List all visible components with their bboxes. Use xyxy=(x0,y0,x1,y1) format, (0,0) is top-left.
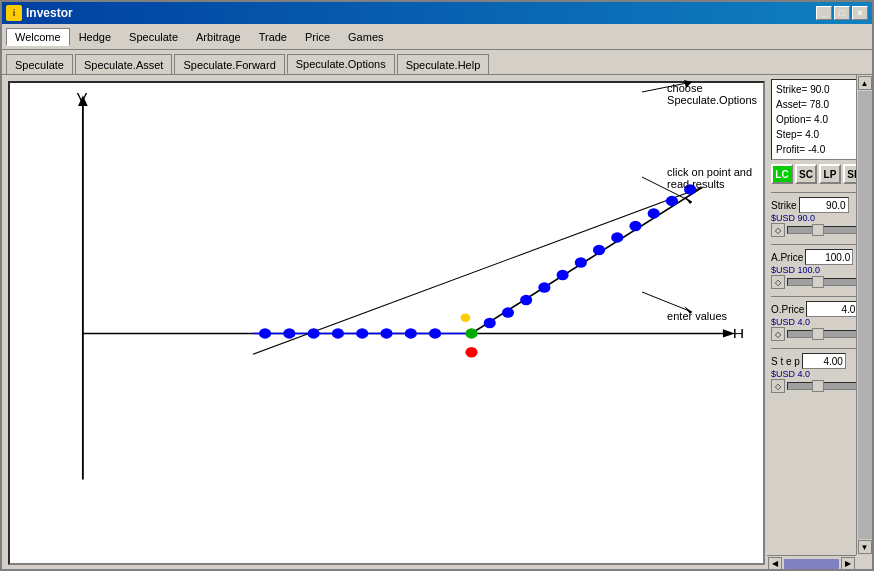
menu-welcome[interactable]: Welcome xyxy=(6,28,70,46)
menu-trade[interactable]: Trade xyxy=(250,28,296,46)
aprice-slider-icon: ◇ xyxy=(771,275,785,289)
step-group: S t e p $USD 4.0 ◇ xyxy=(771,353,868,393)
chart-area[interactable]: V H xyxy=(8,81,765,565)
svg-point-12 xyxy=(332,328,344,338)
window-controls: _ □ × xyxy=(816,6,868,20)
svg-point-31 xyxy=(684,184,696,194)
svg-point-17 xyxy=(465,328,477,338)
svg-point-15 xyxy=(405,328,417,338)
svg-point-25 xyxy=(575,257,587,267)
oprice-input[interactable] xyxy=(806,301,858,317)
maximize-button[interactable]: □ xyxy=(834,6,850,20)
svg-point-16 xyxy=(429,328,441,338)
svg-point-14 xyxy=(380,328,392,338)
svg-point-29 xyxy=(648,208,660,218)
calc-buttons: LC SC LP SP xyxy=(771,164,868,184)
aprice-label: A.Price xyxy=(771,252,803,263)
main-window: i Investor _ □ × Welcome Hedge Speculate… xyxy=(0,0,874,571)
info-profit: Profit= -4.0 xyxy=(776,142,863,157)
aprice-usd-label: $USD 100.0 xyxy=(771,265,868,275)
svg-point-19 xyxy=(461,314,471,322)
scrollbar-vertical[interactable]: ▲ ▼ xyxy=(856,75,872,555)
scroll-down-btn[interactable]: ▼ xyxy=(858,540,872,554)
step-slider-icon: ◇ xyxy=(771,379,785,393)
separator-4 xyxy=(771,348,868,349)
oprice-usd-label: $USD 4.0 xyxy=(771,317,868,327)
strike-slider-icon: ◇ xyxy=(771,223,785,237)
strike-input[interactable] xyxy=(799,197,849,213)
scrollbar-horizontal[interactable]: ◀ ▶ xyxy=(767,555,856,571)
scroll-right-btn[interactable]: ▶ xyxy=(841,557,855,571)
oprice-group: O.Price $USD 4.0 ◇ xyxy=(771,301,868,341)
app-icon: i xyxy=(6,5,22,21)
step-slider-container: ◇ xyxy=(771,379,868,393)
svg-text:H: H xyxy=(733,326,744,341)
oprice-slider-thumb[interactable] xyxy=(812,328,824,340)
btn-sc[interactable]: SC xyxy=(795,164,817,184)
hscroll-thumb[interactable] xyxy=(784,559,839,569)
svg-point-24 xyxy=(557,270,569,280)
separator-3 xyxy=(771,296,868,297)
strike-usd-label: $USD 90.0 xyxy=(771,213,868,223)
svg-point-27 xyxy=(611,232,623,242)
svg-point-21 xyxy=(502,307,514,317)
info-option: Option= 4.0 xyxy=(776,112,863,127)
main-content: V H xyxy=(2,74,872,571)
svg-point-18 xyxy=(465,347,477,357)
step-slider-thumb[interactable] xyxy=(812,380,824,392)
right-panel: Strike= 90.0 Asset= 78.0 Option= 4.0 Ste… xyxy=(767,75,872,571)
tab-speculate-asset[interactable]: Speculate.Asset xyxy=(75,54,173,74)
svg-point-20 xyxy=(484,318,496,328)
svg-point-10 xyxy=(283,328,295,338)
strike-slider-container: ◇ xyxy=(771,223,868,237)
tab-speculate-help[interactable]: Speculate.Help xyxy=(397,54,490,74)
svg-point-9 xyxy=(259,328,271,338)
aprice-group: A.Price $USD 100.0 ◇ xyxy=(771,249,868,289)
separator-2 xyxy=(771,244,868,245)
menu-arbitrage[interactable]: Arbitrage xyxy=(187,28,250,46)
close-button[interactable]: × xyxy=(852,6,868,20)
tab-speculate[interactable]: Speculate xyxy=(6,54,73,74)
svg-point-13 xyxy=(356,328,368,338)
minimize-button[interactable]: _ xyxy=(816,6,832,20)
tab-bar: Speculate Speculate.Asset Speculate.Forw… xyxy=(2,50,872,74)
oprice-slider-icon: ◇ xyxy=(771,327,785,341)
svg-point-26 xyxy=(593,245,605,255)
scroll-left-btn[interactable]: ◀ xyxy=(768,557,782,571)
chart-svg: V H xyxy=(10,83,763,563)
tab-speculate-options[interactable]: Speculate.Options xyxy=(287,54,395,74)
separator-1 xyxy=(771,192,868,193)
svg-point-11 xyxy=(308,328,320,338)
svg-point-22 xyxy=(520,295,532,305)
step-usd-label: $USD 4.0 xyxy=(771,369,868,379)
window-title: Investor xyxy=(26,6,73,20)
scroll-up-btn[interactable]: ▲ xyxy=(858,76,872,90)
aprice-slider-container: ◇ xyxy=(771,275,868,289)
menu-speculate[interactable]: Speculate xyxy=(120,28,187,46)
menu-bar: Welcome Hedge Speculate Arbitrage Trade … xyxy=(2,24,872,50)
tab-speculate-forward[interactable]: Speculate.Forward xyxy=(174,54,284,74)
svg-point-28 xyxy=(629,221,641,231)
info-strike: Strike= 90.0 xyxy=(776,82,863,97)
oprice-slider-container: ◇ xyxy=(771,327,868,341)
strike-label: Strike xyxy=(771,200,797,211)
aprice-slider-thumb[interactable] xyxy=(812,276,824,288)
title-bar: i Investor _ □ × xyxy=(2,2,872,24)
strike-group: Strike $USD 90.0 ◇ xyxy=(771,197,868,237)
btn-lc[interactable]: LC xyxy=(771,164,793,184)
menu-games[interactable]: Games xyxy=(339,28,392,46)
strike-slider-thumb[interactable] xyxy=(812,224,824,236)
menu-price[interactable]: Price xyxy=(296,28,339,46)
menu-hedge[interactable]: Hedge xyxy=(70,28,120,46)
step-label: S t e p xyxy=(771,356,800,367)
svg-point-23 xyxy=(538,282,550,292)
oprice-label: O.Price xyxy=(771,304,804,315)
svg-point-30 xyxy=(666,196,678,206)
btn-lp[interactable]: LP xyxy=(819,164,841,184)
aprice-input[interactable] xyxy=(805,249,853,265)
info-asset: Asset= 78.0 xyxy=(776,97,863,112)
info-box: Strike= 90.0 Asset= 78.0 Option= 4.0 Ste… xyxy=(771,79,868,160)
info-step: Step= 4.0 xyxy=(776,127,863,142)
step-input[interactable] xyxy=(802,353,846,369)
scroll-track xyxy=(858,91,872,539)
